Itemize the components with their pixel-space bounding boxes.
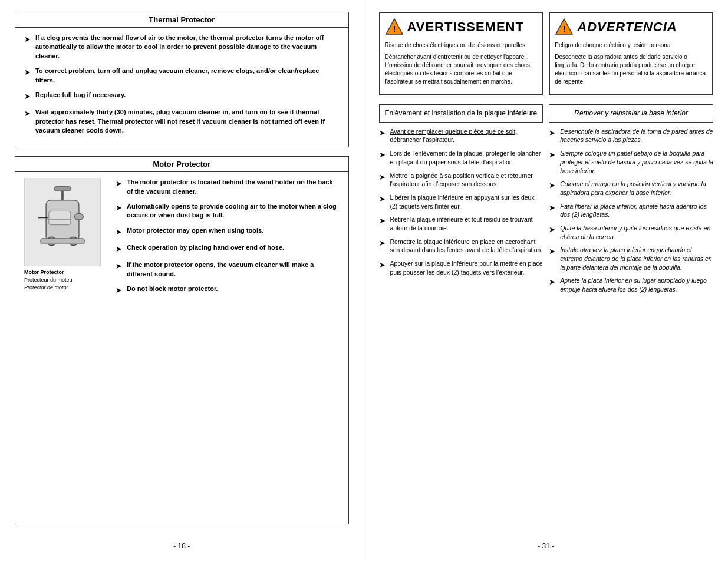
instr-es-item-2-text: Siempre coloque un papel debajo de la bo… [560, 149, 713, 175]
motor-image-area: Motor Protector Protecteur du moteu Prot… [24, 178, 107, 302]
thermal-protector-title: Thermal Protector [15, 12, 348, 28]
thermal-item-1-text: If a clog prevents the normal flow of ai… [35, 34, 340, 61]
instr-es-item-6: ➤ Instale otra vez la placa inferior eng… [549, 246, 713, 272]
motor-protector-section: Motor Protector [15, 156, 349, 524]
arrow-icon-fr6: ➤ [379, 238, 386, 254]
motor-item-1: ➤ The motor protector is located behind … [116, 178, 340, 196]
arrow-icon-1: ➤ [24, 34, 31, 61]
instr-es-item-1-text: Desenchufe la aspiradora de la toma de p… [560, 127, 713, 144]
arrow-icon-m6: ➤ [116, 285, 122, 296]
vacuum-illustration [30, 184, 95, 260]
arrow-icon-fr7: ➤ [379, 260, 386, 276]
thermal-item-2: ➤ To correct problem, turn off and unplu… [24, 67, 340, 85]
instr-fr-item-1: ➤ Avant de remplacer quelque pièce que c… [379, 127, 543, 144]
warning-fr-line1: Risque de chocs électriques ou de lésion… [385, 41, 538, 49]
svg-rect-2 [54, 187, 71, 191]
instr-es-item-6-text: Instale otra vez la placa inferior engan… [560, 246, 713, 272]
motor-item-3-text: Motor protector may open when using tool… [127, 226, 263, 237]
arrow-icon-es7: ➤ [549, 277, 555, 293]
motor-caption-bold: Motor Protector [24, 269, 64, 275]
warning-header-es: ! ADVERTENCIA [555, 18, 707, 37]
warning-title-es: ADVERTENCIA [577, 21, 677, 34]
arrow-icon-fr3: ➤ [379, 172, 386, 189]
instr-es-item-3: ➤ Coloque el mango en la posición vertic… [549, 180, 713, 197]
warning-triangle-icon-es: ! [555, 18, 574, 37]
left-half: Thermal Protector ➤ If a clog prevents t… [0, 0, 364, 562]
warning-fr-line2: Débrancher avant d'entretenir ou de nett… [385, 53, 538, 86]
thermal-item-4: ➤ Wait approximately thirty (30) minutes… [24, 108, 340, 135]
warning-row: ! AVERTISSEMENT Risque de chocs électriq… [379, 12, 714, 95]
arrow-icon-fr5: ➤ [379, 216, 386, 232]
warning-header-fr: ! AVERTISSEMENT [385, 18, 538, 37]
instr-fr-item-2-text: Lors de l'enlèvement de la plaque, proté… [390, 149, 543, 166]
arrow-icon-fr4: ➤ [379, 194, 386, 210]
instr-es-item-3-text: Coloque el mango en la posición vertical… [560, 180, 713, 197]
motor-item-5: ➤ If the motor protector opens, the vacu… [116, 260, 340, 279]
instr-es-item-4-text: Para liberar la place inferior, apriete … [560, 202, 713, 219]
warning-triangle-icon-fr: ! [385, 18, 404, 37]
instr-fr-item-7: ➤ Appuyer sur la plaque inférieure pour … [379, 259, 543, 276]
motor-image-box [24, 178, 101, 266]
thermal-protector-section: Thermal Protector ➤ If a clog prevents t… [15, 12, 349, 147]
instr-es-item-5: ➤ Quite la base inferior y quite los res… [549, 224, 713, 241]
instr-es-item-5-text: Quite la base inferior y quite los resid… [560, 224, 713, 241]
arrow-icon-fr2: ➤ [379, 150, 386, 166]
instruction-items-es: ➤ Desenchufe la aspiradora de la toma de… [549, 127, 713, 294]
motor-item-2: ➤ Automatically opens to provide cooling… [116, 202, 340, 220]
arrow-icon-es5: ➤ [549, 224, 555, 241]
motor-bullets: ➤ The motor protector is located behind … [116, 178, 340, 302]
instr-fr-item-3-text: Mettre la poignée à sa position vertical… [390, 171, 543, 189]
instr-fr-item-5: ➤ Retirer la plaque inférieure et tout r… [379, 215, 543, 232]
warning-es-line2: Desconecte la aspiradora antes de darle … [555, 53, 707, 86]
motor-item-4-text: Check operation by placing hand over end… [127, 243, 284, 254]
motor-item-2-text: Automatically opens to provide cooling a… [127, 202, 340, 220]
warning-title-fr: AVERTISSEMENT [407, 21, 524, 34]
left-page-number: - 18 - [15, 533, 349, 550]
svg-text:!: ! [393, 24, 396, 34]
motor-caption-normal: Protecteur du moteu [24, 277, 73, 283]
instr-es-item-4: ➤ Para liberar la place inferior, apriet… [549, 202, 713, 219]
instr-fr-item-3: ➤ Mettre la poignée à sa position vertic… [379, 171, 543, 189]
thermal-protector-content: ➤ If a clog prevents the normal flow of … [15, 28, 348, 147]
warning-text-fr: Risque de chocs électriques ou de lésion… [385, 41, 538, 86]
instruction-title-fr: Enlèvement et installation de la plaque … [379, 104, 543, 123]
instr-fr-item-2: ➤ Lors de l'enlèvement de la plaque, pro… [379, 149, 543, 166]
instr-es-item-7: ➤ Apriete la placa inferior en su lugar … [549, 276, 713, 293]
arrow-icon-4: ➤ [24, 108, 31, 135]
thermal-item-1: ➤ If a clog prevents the normal flow of … [24, 34, 340, 61]
right-page-number: - 31 - [379, 533, 714, 550]
warning-text-es: Peligro de choque eléctrico y lesión per… [555, 41, 707, 86]
arrow-icon-es3: ➤ [549, 180, 555, 197]
arrow-icon-es2: ➤ [549, 150, 555, 175]
instruction-col-fr: Enlèvement et installation de la plaque … [379, 104, 543, 533]
motor-item-3: ➤ Motor protector may open when using to… [116, 226, 340, 237]
motor-protector-title: Motor Protector [15, 157, 348, 172]
thermal-item-4-text: Wait approximately thirty (30) minutes, … [35, 108, 340, 135]
arrow-icon-3: ➤ [24, 91, 31, 102]
svg-rect-7 [49, 211, 71, 225]
motor-item-1-text: The motor protector is located behind th… [127, 178, 340, 196]
svg-text:!: ! [563, 24, 566, 34]
instr-es-item-2: ➤ Siempre coloque un papel debajo de la … [549, 149, 713, 175]
instruction-title-es: Remover y reinstalar la base inferior [549, 104, 713, 123]
motor-image-caption: Motor Protector Protecteur du moteu Prot… [24, 269, 107, 291]
right-half: ! AVERTISSEMENT Risque de chocs électriq… [364, 0, 729, 562]
instr-fr-item-1-text: Avant de remplacer quelque pièce que ce … [390, 127, 543, 144]
thermal-item-2-text: To correct problem, turn off and unplug … [35, 67, 340, 85]
motor-protector-content: Motor Protector Protecteur du moteu Prot… [15, 172, 348, 308]
page: Thermal Protector ➤ If a clog prevents t… [0, 0, 728, 562]
instruction-col-es: Remover y reinstalar la base inferior ➤ … [549, 104, 713, 533]
instr-fr-item-7-text: Appuyer sur la plaque inférieure pour la… [390, 259, 543, 276]
arrow-icon-m4: ➤ [116, 244, 122, 254]
instr-es-item-7-text: Apriete la placa inferior en su lugar ap… [560, 276, 713, 293]
thermal-item-3-text: Replace full bag if necessary. [35, 91, 126, 102]
instr-fr-item-6: ➤ Remettre la plaque inférieure en place… [379, 237, 543, 254]
instruction-items-fr: ➤ Avant de remplacer quelque pièce que c… [379, 127, 543, 277]
warning-es-line1: Peligro de choque eléctrico y lesión per… [555, 41, 707, 49]
arrow-icon-m3: ➤ [116, 227, 122, 237]
motor-item-5-text: If the motor protector opens, the vacuum… [127, 260, 340, 279]
arrow-icon-m5: ➤ [116, 261, 122, 279]
instruction-row: Enlèvement et installation de la plaque … [379, 104, 714, 533]
warning-box-es: ! ADVERTENCIA Peligro de choque eléctric… [549, 12, 713, 95]
arrow-icon-es4: ➤ [549, 203, 555, 219]
